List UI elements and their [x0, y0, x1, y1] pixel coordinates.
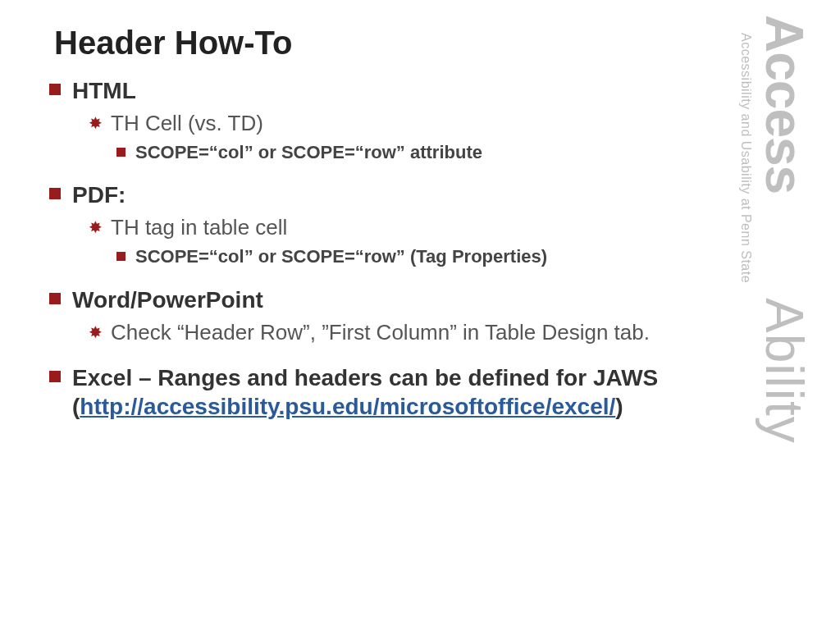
paren-open: (: [72, 394, 80, 419]
square-bullet-icon: [116, 252, 126, 261]
star-bullet-icon: ✸: [89, 115, 103, 131]
item-label: PDF:: [72, 180, 126, 209]
list-item: ✸ TH Cell (vs. TD) SCOPE=“col” or SCOPE=…: [89, 110, 697, 164]
list-item: Word/PowerPoint ✸ Check “Header Row”, ”F…: [49, 285, 697, 347]
excel-prefix: Excel – Ranges and headers can be define…: [72, 365, 658, 390]
slide-body: Header How-To HTML ✸ TH Cell (vs. TD): [0, 0, 705, 630]
detail-label: SCOPE=“col” or SCOPE=“row” (Tag Properti…: [135, 245, 547, 269]
slide-title: Header How-To: [54, 25, 697, 62]
square-bullet-icon: [49, 84, 61, 95]
list-item: Excel – Ranges and headers can be define…: [49, 363, 697, 421]
item-label: Word/PowerPoint: [72, 285, 263, 314]
sub-label: TH Cell (vs. TD): [111, 110, 263, 138]
bullet-list: HTML ✸ TH Cell (vs. TD) SCOPE=“col” or S…: [49, 76, 697, 421]
star-bullet-icon: ✸: [89, 324, 103, 340]
sub-label: Check “Header Row”, ”First Column” in Ta…: [111, 319, 650, 347]
item-label: Excel – Ranges and headers can be define…: [72, 363, 658, 421]
detail-label: SCOPE=“col” or SCOPE=“row” attribute: [135, 141, 482, 165]
brand-word-ability: Ability: [758, 298, 810, 444]
list-item: SCOPE=“col” or SCOPE=“row” (Tag Properti…: [116, 245, 697, 269]
star-bullet-icon: ✸: [89, 219, 103, 235]
sub-label: TH tag in table cell: [111, 214, 287, 242]
brand-word-access: Access: [758, 15, 810, 194]
list-item: PDF: ✸ TH tag in table cell SCOPE=“col” …: [49, 180, 697, 268]
square-bullet-icon: [49, 188, 61, 199]
square-bullet-icon: [49, 293, 61, 304]
square-bullet-icon: [49, 371, 61, 382]
square-bullet-icon: [116, 148, 126, 157]
list-item: SCOPE=“col” or SCOPE=“row” attribute: [116, 141, 697, 165]
paren-close: ): [615, 394, 623, 419]
brand-sidebar: Accessibility and Usability at Penn Stat…: [720, 15, 819, 614]
brand-tagline: Accessibility and Usability at Penn Stat…: [738, 33, 753, 283]
list-item: HTML ✸ TH Cell (vs. TD) SCOPE=“col” or S…: [49, 76, 697, 164]
list-item: ✸ Check “Header Row”, ”First Column” in …: [89, 319, 697, 347]
list-item: ✸ TH tag in table cell SCOPE=“col” or SC…: [89, 214, 697, 268]
item-label: HTML: [72, 76, 136, 105]
excel-link[interactable]: http://accessibility.psu.edu/microsoftof…: [80, 394, 615, 419]
